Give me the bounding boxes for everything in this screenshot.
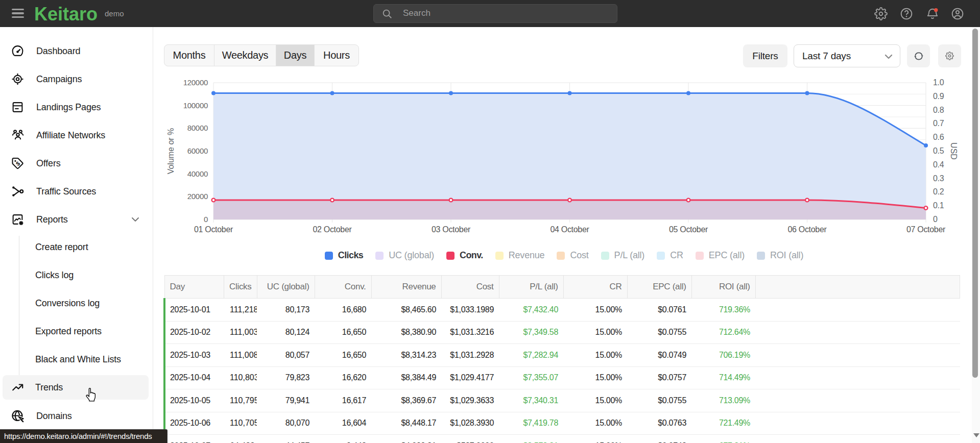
svg-text:0: 0 bbox=[204, 215, 208, 224]
svg-text:04 October: 04 October bbox=[550, 225, 589, 234]
svg-text:20000: 20000 bbox=[187, 192, 208, 201]
svg-text:02 October: 02 October bbox=[313, 225, 352, 234]
svg-text:0.1: 0.1 bbox=[933, 201, 944, 210]
svg-text:0: 0 bbox=[933, 215, 938, 224]
svg-text:01 October: 01 October bbox=[194, 225, 233, 234]
svg-text:0.7: 0.7 bbox=[933, 119, 944, 128]
svg-text:0.2: 0.2 bbox=[933, 187, 944, 196]
svg-text:100000: 100000 bbox=[183, 101, 208, 110]
svg-text:0.9: 0.9 bbox=[933, 92, 944, 101]
svg-text:80000: 80000 bbox=[187, 124, 208, 132]
svg-text:05 October: 05 October bbox=[669, 225, 708, 234]
svg-text:120000: 120000 bbox=[183, 78, 208, 87]
svg-text:0.4: 0.4 bbox=[933, 160, 944, 169]
svg-text:0.5: 0.5 bbox=[933, 146, 944, 155]
svg-text:Volume or %: Volume or % bbox=[166, 128, 175, 175]
svg-text:03 October: 03 October bbox=[432, 225, 471, 234]
svg-text:07 October: 07 October bbox=[906, 225, 946, 234]
svg-text:0.3: 0.3 bbox=[933, 174, 944, 183]
svg-text:40000: 40000 bbox=[187, 169, 208, 178]
svg-text:60000: 60000 bbox=[187, 146, 208, 155]
svg-text:0.6: 0.6 bbox=[933, 133, 944, 141]
svg-text:1.0: 1.0 bbox=[933, 78, 944, 87]
svg-text:USD: USD bbox=[949, 142, 958, 160]
svg-text:0.8: 0.8 bbox=[933, 106, 944, 114]
svg-text:06 October: 06 October bbox=[787, 225, 827, 234]
